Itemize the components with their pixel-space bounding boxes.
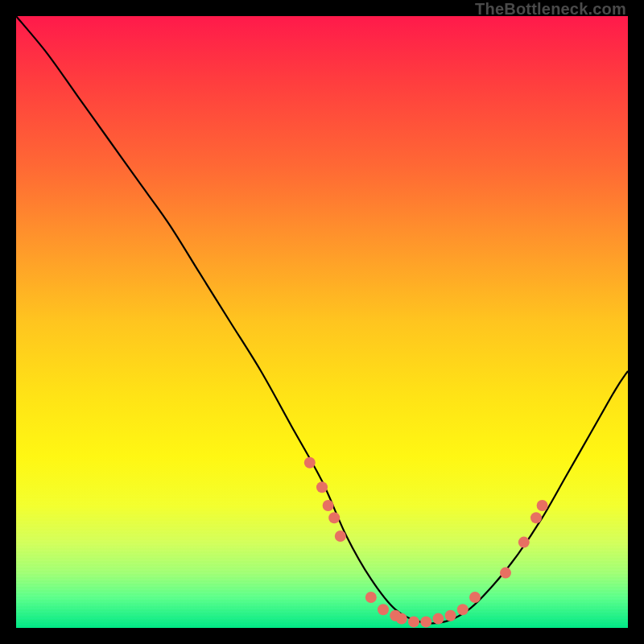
curve-marker	[469, 592, 481, 603]
curve-marker	[408, 616, 419, 627]
curve-line	[16, 16, 628, 623]
curve-marker	[518, 537, 530, 548]
curve-marker	[335, 530, 346, 542]
curve-marker	[530, 512, 542, 523]
curve-marker	[445, 610, 456, 621]
curve-marker	[328, 512, 340, 523]
curve-marker	[537, 500, 548, 511]
curve-marker	[457, 604, 469, 615]
chart-frame: TheBottleneck.com	[0, 0, 644, 644]
curve-marker	[323, 500, 334, 511]
chart-svg	[16, 16, 628, 628]
curve-marker	[378, 604, 389, 615]
curve-marker	[500, 568, 511, 579]
curve-marker	[365, 592, 377, 603]
curve-marker	[316, 481, 328, 493]
curve-marker	[420, 616, 431, 627]
curve-marker	[304, 457, 316, 469]
plot-area	[16, 16, 628, 628]
curve-marker	[432, 613, 444, 625]
curve-markers	[304, 457, 548, 628]
curve-marker	[396, 613, 407, 625]
